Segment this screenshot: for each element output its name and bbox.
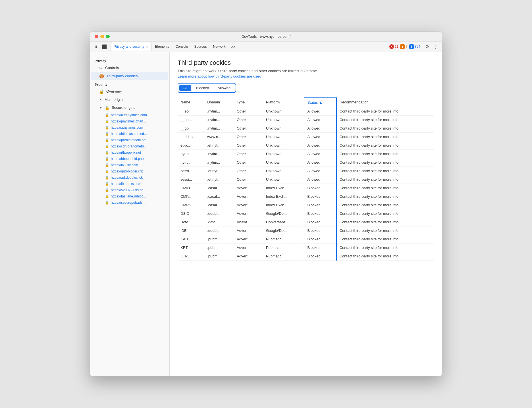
sidebar-link-origin-4[interactable]: 🔒 https://htlb.casalemed... — [90, 131, 169, 137]
cell-domain: .casal... — [204, 192, 234, 201]
sidebar-item-secure-origins[interactable]: ▼ 🔒 Secure origins — [91, 104, 168, 112]
cell-type: Advert... — [234, 201, 263, 209]
more-options-button[interactable]: ⋮ — [432, 43, 440, 51]
info-icon: i — [409, 44, 414, 49]
cell-recommendation: Contact third-party site for more info — [336, 107, 434, 115]
cell-type: Other — [234, 149, 263, 158]
tab-privacy-security[interactable]: Privacy and security ✕ — [111, 42, 151, 51]
table-row[interactable]: __eoi .nytim... Other Unknown Allowed Co… — [178, 107, 434, 115]
sidebar-link-origin-2[interactable]: 🔒 https://pnytimes.chart... — [90, 118, 169, 124]
lock-icon-origin-6: 🔒 — [105, 144, 109, 148]
sidebar-link-origin-5[interactable]: 🔒 https://prebid.media.net — [90, 137, 169, 143]
cell-name: nyt-t... — [178, 158, 204, 166]
tab-console[interactable]: Console — [173, 42, 191, 51]
table-row[interactable]: CMID .casal... Advert... Index Exch... B… — [178, 184, 434, 192]
table-row[interactable]: et-p... .et.nyt... Other Unknown Allowed… — [178, 141, 434, 149]
cell-domain: .nytim... — [204, 158, 234, 166]
table-row[interactable]: sessi... .et.nyt... Other Unknown Allowe… — [178, 166, 434, 175]
cell-platform: Unknown — [263, 166, 304, 175]
tab-sources[interactable]: Sources — [191, 42, 209, 51]
table-row[interactable]: __gpi .nytim... Other Unknown Allowed Co… — [178, 124, 434, 132]
sidebar-link-origin-7[interactable]: 🔒 https://rtb.openx.net — [90, 149, 169, 156]
inspect-icon[interactable]: ⠿ — [92, 43, 99, 50]
sidebar-link-origin-13[interactable]: 🔒 https://5290727.fls.do... — [90, 187, 169, 193]
table-row[interactable]: nyt-a .nytim... Other Unknown Allowed Co… — [178, 149, 434, 158]
col-header-platform[interactable]: Platform — [263, 98, 304, 107]
cell-status: Blocked — [304, 201, 336, 209]
col-header-type[interactable]: Type — [234, 98, 263, 107]
device-icon[interactable]: ⬛ — [101, 43, 108, 50]
cell-status: Blocked — [304, 192, 336, 201]
sidebar-link-origin-11[interactable]: 🔒 https://ad.doubleclick.... — [90, 174, 169, 181]
filter-all-button[interactable]: All — [179, 85, 191, 91]
info-badge[interactable]: i 394 — [409, 44, 420, 49]
cell-status: Blocked — [304, 243, 336, 252]
table-row[interactable]: CMPS .casal... Advert... Index Exch... B… — [178, 201, 434, 209]
cell-domain: .doto... — [204, 218, 234, 226]
sidebar-link-origin-1[interactable]: 🔒 https://a.et.nytimes.com — [90, 112, 169, 118]
table-row[interactable]: KRT... .pubm... Advert... Pubmatic Block… — [178, 243, 434, 252]
lock-icon-origin-5: 🔒 — [105, 138, 109, 142]
sidebar-item-overview[interactable]: 🔒 Overview — [91, 88, 168, 95]
filter-blocked-button[interactable]: Blocked — [192, 85, 213, 91]
table-row[interactable]: DSID .doubl... Advert... Google/Do... Bl… — [178, 209, 434, 218]
table-row[interactable]: sessi... .et.nyt... Other Unknown Allowe… — [178, 175, 434, 184]
cell-name: KAD... — [178, 235, 204, 243]
cell-name: CMP... — [178, 192, 204, 201]
cell-recommendation: Contact third-party site for more info — [336, 149, 434, 158]
table-row[interactable]: __ga... .nytim... Other Unknown Allowed … — [178, 115, 434, 124]
col-header-domain[interactable]: Domain — [204, 98, 234, 107]
table-row[interactable]: IDE .doubl... Advert... Google/Do... Blo… — [178, 226, 434, 235]
maximize-button[interactable] — [106, 35, 110, 38]
table-row[interactable]: CMP... .casal... Advert... Index Exch...… — [178, 192, 434, 201]
cell-name: __eoi — [178, 107, 204, 115]
warn-badge[interactable]: ▲ 7 — [400, 44, 408, 49]
sidebar-link-origin-10[interactable]: 🔒 https://grid-bidder.crit... — [90, 168, 169, 174]
cell-status: Allowed — [304, 149, 336, 158]
tab-close-icon[interactable]: ✕ — [146, 45, 148, 49]
sidebar-item-controls[interactable]: ⚙ Controls — [91, 64, 168, 72]
tab-network[interactable]: Network — [210, 42, 228, 51]
sidebar-link-origin-12[interactable]: 🔒 https://ib.adnxs.com — [90, 181, 169, 187]
tab-elements[interactable]: Elements — [152, 42, 172, 51]
cell-platform: Index Exch... — [263, 184, 304, 192]
sidebar-link-origin-8[interactable]: 🔒 https://hbopenbid.pub... — [90, 156, 169, 162]
sidebar-link-origin-6[interactable]: 🔒 https://cdn.brandmetri... — [90, 143, 169, 149]
sidebar-item-main-origin[interactable]: ▼ Main origin — [91, 96, 168, 103]
table-row[interactable]: KTP... .pubm... Advert... Pubmatic Block… — [178, 252, 434, 260]
sidebar-link-origin-3[interactable]: 🔒 https://a.nytimes.com — [90, 124, 169, 131]
cell-domain: .nytim... — [204, 124, 234, 132]
table-row[interactable]: Doto... .doto... Analyt... Conversant Bl… — [178, 218, 434, 226]
content-panel: Third-party cookies This site might not … — [170, 52, 442, 376]
settings-button[interactable]: ⚙ — [423, 43, 431, 51]
cell-name: sessi... — [178, 175, 204, 184]
cell-platform: Pubmatic — [263, 252, 304, 260]
sidebar-item-third-party-cookies[interactable]: 🍪 Third-party cookies — [91, 72, 168, 80]
table-row[interactable]: KAD... .pubm... Advert... Pubmatic Block… — [178, 235, 434, 243]
sidebar-link-origin-14[interactable]: 🔒 https://fastlane.rubico... — [90, 193, 169, 199]
content-description: This site might not work if third-party … — [178, 69, 434, 73]
close-button[interactable] — [95, 35, 98, 38]
col-header-name[interactable]: Name — [178, 98, 204, 107]
cell-domain: .nytim... — [204, 107, 234, 115]
cell-platform: Unknown — [263, 175, 304, 184]
lock-icon-origin-2: 🔒 — [105, 119, 109, 123]
filter-allowed-button[interactable]: Allowed — [214, 85, 235, 91]
learn-more-link[interactable]: Learn more about how third-party cookies… — [178, 74, 261, 78]
security-section-label: Security — [90, 80, 169, 87]
cell-domain: .nytim... — [204, 149, 234, 158]
minimize-button[interactable] — [100, 35, 104, 38]
cell-type: Advert... — [234, 192, 263, 201]
tabbar: ⠿ ⬛ Privacy and security ✕ Elements Cons… — [90, 41, 442, 52]
table-row[interactable]: __dd_s www.n... Other Unknown Allowed Co… — [178, 132, 434, 141]
error-badge[interactable]: ✕ 11 — [389, 44, 398, 49]
sidebar-link-origin-9[interactable]: 🔒 https://tlx.3lift.com — [90, 162, 169, 168]
cell-status: Allowed — [304, 115, 336, 124]
sidebar-link-origin-15[interactable]: 🔒 https://securepubads.... — [90, 199, 169, 206]
table-row[interactable]: nyt-t... .nytim... Other Unknown Allowed… — [178, 158, 434, 166]
controls-label: Controls — [105, 66, 119, 70]
more-tabs-button[interactable]: >> — [229, 43, 238, 50]
col-header-recommendation[interactable]: Recommendation — [336, 98, 434, 107]
cell-domain: .doubl... — [204, 226, 234, 235]
col-header-status[interactable]: Status ▲ — [304, 98, 336, 107]
